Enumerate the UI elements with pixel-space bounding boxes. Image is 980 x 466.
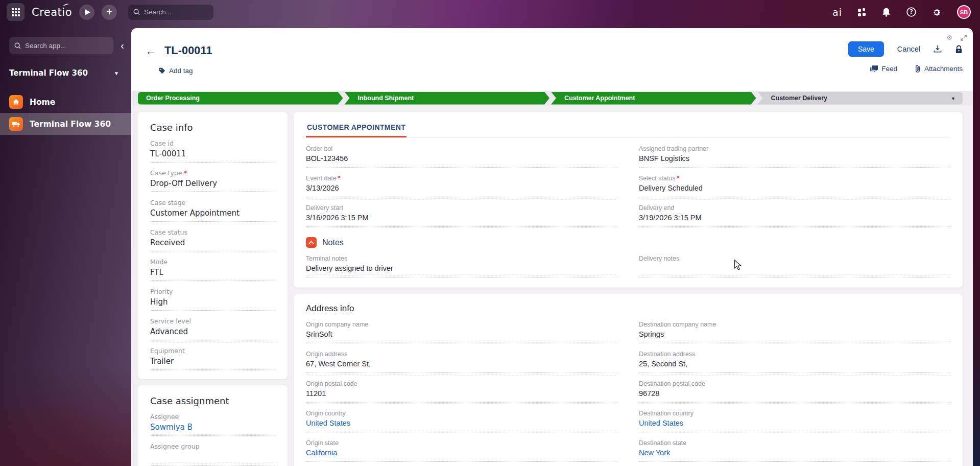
attachments-button[interactable]: Attachments <box>915 65 963 73</box>
field-value[interactable]: 67, West Corner St, <box>306 360 617 369</box>
sidebar: ‹ Terminal Flow 360 ▼ Home Terminal Flow… <box>0 24 131 466</box>
field-value[interactable]: FTL <box>150 268 275 277</box>
field-case-id: Case idTL-00011 <box>150 139 275 162</box>
field-value[interactable]: 3/16/2026 3:15 PM <box>306 214 617 223</box>
global-search[interactable] <box>128 5 213 20</box>
field-value[interactable]: 3/19/2026 3:15 PM <box>639 214 950 223</box>
export-download-icon[interactable] <box>934 45 942 53</box>
notes-section-title: Notes <box>322 238 344 247</box>
cancel-button[interactable]: Cancel <box>897 45 920 53</box>
field-delivery-start: Delivery start3/16/2026 3:15 PM <box>306 204 617 227</box>
stage-customer-appointment[interactable]: Customer Appointment <box>551 92 756 105</box>
field-value[interactable]: Customer Appointment <box>150 208 275 218</box>
field-label: Origin company name <box>306 321 617 328</box>
field-value[interactable]: SrinSoft <box>306 330 617 340</box>
save-button[interactable]: Save <box>848 41 884 57</box>
field-origin-postal-code: Origin postal code11201 <box>306 380 617 403</box>
stage-inbound-shipment[interactable]: Inbound Shipment <box>345 92 550 105</box>
field-assigned-trading-partner: Assigned trading partnerBNSF Logistics <box>639 145 950 168</box>
field-label: Select status* <box>639 175 950 182</box>
field-value[interactable]: 25, Second St, <box>639 360 950 369</box>
field-event-date: Event date*3/13/2026 <box>306 175 617 197</box>
required-asterisk: * <box>338 175 341 182</box>
field-label: Assignee <box>150 413 275 421</box>
field-value[interactable]: New York <box>639 449 950 458</box>
settings-gear-icon[interactable] <box>932 8 941 17</box>
field-case-type: Case type*Drop-Off Delivery <box>150 169 275 192</box>
global-search-input[interactable] <box>144 8 205 16</box>
chevron-down-icon: ▼ <box>114 71 119 76</box>
ai-assistant-icon[interactable]: ai <box>832 7 842 18</box>
field-value[interactable]: Received <box>150 238 275 248</box>
play-button[interactable] <box>79 5 94 20</box>
field-case-stage: Case stageCustomer Appointment <box>150 199 275 222</box>
marketplace-icon[interactable] <box>858 8 866 16</box>
home-icon <box>9 95 23 109</box>
field-value[interactable]: United States <box>306 419 617 429</box>
sidebar-item-terminal-flow-360[interactable]: Terminal Flow 360 <box>0 113 131 135</box>
tab-customer-appointment[interactable]: CUSTOMER APPOINTMENT <box>306 119 407 137</box>
field-value[interactable]: High <box>150 297 275 307</box>
add-tag-label: Add tag <box>169 67 193 75</box>
user-avatar[interactable]: SB <box>957 5 971 19</box>
address-info-panel: Address info Origin company nameSrinSoft… <box>294 294 963 466</box>
page-settings-gear-icon[interactable]: ⚙ <box>946 34 952 41</box>
field-value[interactable]: 3/13/2026 <box>306 184 617 194</box>
field-priority: PriorityHigh <box>150 288 275 311</box>
field-value[interactable]: BNSF Logistics <box>639 154 950 164</box>
add-new-button[interactable]: + <box>102 5 117 20</box>
stage-customer-delivery[interactable]: Customer Delivery▾ <box>758 92 963 105</box>
field-label: Origin state <box>306 439 617 447</box>
field-value[interactable]: Drop-Off Delivery <box>150 179 275 189</box>
panel-title: Address info <box>306 304 950 314</box>
feed-button[interactable]: Feed <box>870 65 897 73</box>
app-search[interactable] <box>9 37 113 54</box>
field-label: Order bol <box>306 145 617 152</box>
field-value[interactable]: California <box>306 449 617 458</box>
attachments-label: Attachments <box>924 65 963 73</box>
field-delivery-notes: Delivery notes <box>639 255 950 277</box>
field-label: Origin country <box>306 410 617 417</box>
app-grid-icon[interactable] <box>7 3 25 21</box>
workspace-selector[interactable]: Terminal Flow 360 ▼ <box>9 68 119 78</box>
field-value[interactable]: Sowmiya B <box>150 423 275 432</box>
app-search-input[interactable] <box>25 42 91 50</box>
sidebar-collapse-icon[interactable]: ‹ <box>118 40 126 51</box>
field-label: Terminal notes <box>306 255 617 262</box>
field-value[interactable]: Advanced <box>150 327 275 337</box>
field-value[interactable]: Springs <box>639 330 950 340</box>
field-value[interactable]: 96728 <box>639 389 950 399</box>
field-destination-postal-code: Destination postal code96728 <box>639 380 950 403</box>
lock-icon[interactable] <box>955 45 963 54</box>
field-label: Destination country <box>639 410 950 417</box>
field-assignee: AssigneeSowmiya B <box>150 413 275 436</box>
notes-collapse-icon[interactable] <box>306 237 317 248</box>
field-label: Mode <box>150 258 275 266</box>
field-label: Origin address <box>306 351 617 358</box>
field-service-level: Service levelAdvanced <box>150 317 275 340</box>
field-assignee-group: Assignee group <box>150 442 275 465</box>
field-label: Priority <box>150 288 275 295</box>
stage-label: Order Processing <box>138 95 200 102</box>
stage-order-processing[interactable]: Order Processing <box>138 92 343 105</box>
back-arrow-icon[interactable]: ← <box>146 45 156 57</box>
field-value[interactable]: TL-00011 <box>150 149 275 159</box>
add-tag-button[interactable]: Add tag <box>159 67 193 75</box>
field-label: Service level <box>150 317 275 325</box>
field-value[interactable] <box>150 452 275 462</box>
field-value[interactable]: BOL-123456 <box>306 154 617 164</box>
sidebar-item-home[interactable]: Home <box>0 91 131 113</box>
required-asterisk: * <box>677 175 680 182</box>
field-value[interactable]: Delivery Scheduled <box>639 184 950 194</box>
field-value[interactable]: Delivery assigned to driver <box>306 264 617 274</box>
field-mode: ModeFTL <box>150 258 275 281</box>
field-value[interactable]: United States <box>639 419 950 429</box>
field-terminal-notes: Terminal notesDelivery assigned to drive… <box>306 255 617 277</box>
field-value[interactable]: Trailer <box>150 357 275 366</box>
field-value[interactable] <box>639 264 950 274</box>
expand-icon[interactable] <box>961 34 967 41</box>
field-value[interactable]: 11201 <box>306 389 617 399</box>
field-label: Event date* <box>306 175 617 182</box>
notifications-bell-icon[interactable] <box>882 8 891 17</box>
help-icon[interactable]: ? <box>906 7 916 17</box>
